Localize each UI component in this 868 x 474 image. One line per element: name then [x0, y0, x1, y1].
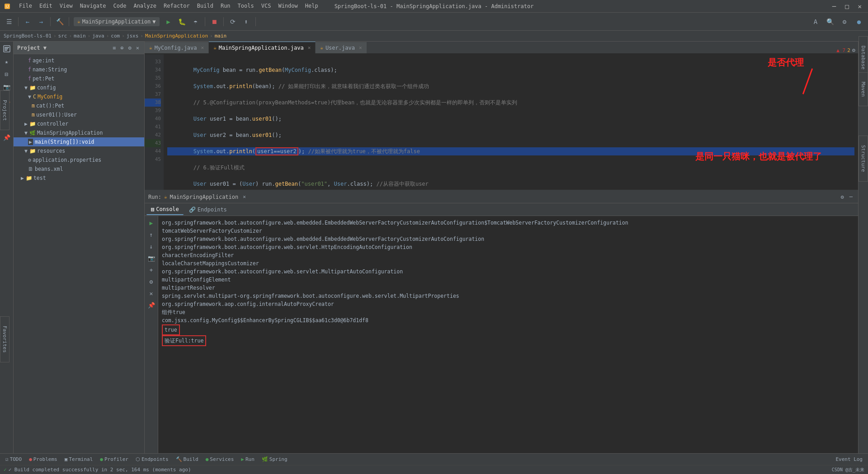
project-settings-button[interactable]: ⚙ — [127, 44, 133, 52]
tree-item-test[interactable]: ▶ 📁 test — [14, 174, 144, 183]
menu-window[interactable]: Window — [275, 2, 300, 11]
endpoints-status-item[interactable]: ⬡ Endpoints — [134, 455, 170, 463]
build-status-item[interactable]: 🔨 Build — [174, 455, 200, 463]
event-log-item[interactable]: Event Log — [834, 455, 864, 463]
tree-item-name[interactable]: f name:String — [14, 65, 144, 74]
menu-edit[interactable]: Edit — [37, 2, 55, 11]
run-minimize-button[interactable]: ─ — [848, 193, 854, 201]
editor-settings-button[interactable]: ⚙ — [852, 47, 855, 53]
run-tab-endpoints[interactable]: 🔗 Endpoints — [184, 204, 231, 215]
toolbar-coverage-button[interactable]: ☂ — [189, 15, 202, 28]
tree-item-myconfig[interactable]: ▼ C MyConfig — [14, 92, 144, 101]
breadcrumb-main[interactable]: main — [74, 33, 86, 39]
services-status-item[interactable]: ● Services — [204, 455, 236, 463]
scroll-up-button[interactable]: ↑ — [146, 230, 156, 239]
toolbar-search-button[interactable]: 🔍 — [824, 15, 836, 28]
error-count[interactable]: ▲ 7 — [836, 47, 845, 53]
tree-item-main-method[interactable]: ▶ main(String[]):void — [14, 137, 144, 146]
toolbar-stop-button[interactable]: ⏹ — [208, 15, 221, 28]
add-button[interactable]: + — [146, 265, 156, 275]
menu-build[interactable]: Build — [194, 2, 216, 11]
close-button[interactable]: ✕ — [855, 2, 864, 11]
folder-icon: 📁 — [29, 84, 36, 91]
bookmark-tool-button[interactable]: ★ — [1, 56, 12, 67]
menu-view[interactable]: View — [57, 2, 75, 11]
toolbar-git-push-button[interactable]: ⬆ — [240, 15, 253, 28]
run-settings-button[interactable]: ⚙ — [839, 193, 846, 201]
run-status-item[interactable]: ▶ Run — [239, 455, 256, 463]
menu-code[interactable]: Code — [111, 2, 129, 11]
toolbar-back-button[interactable]: ← — [21, 15, 34, 28]
scroll-down-button[interactable]: ↓ — [146, 241, 156, 251]
tree-item-mainspringapp[interactable]: ▼ 🌿 MainSpringApplication — [14, 128, 144, 137]
favorites-side-label[interactable]: Favorites — [0, 316, 9, 362]
tree-item-controller[interactable]: ▶ 📁 controller — [14, 119, 144, 128]
settings-button[interactable]: ⚙ — [146, 277, 156, 286]
menu-navigate[interactable]: Navigate — [77, 2, 109, 11]
structure-tool-button[interactable]: ⊟ — [1, 69, 12, 80]
run-config-close[interactable]: ✕ — [243, 194, 246, 200]
terminal-status-item[interactable]: ▣ Terminal — [63, 455, 95, 463]
project-side-label[interactable]: Project — [0, 90, 9, 130]
project-scroll-from-source-button[interactable]: ⊕ — [119, 44, 125, 52]
breadcrumb-src[interactable]: src — [58, 33, 67, 39]
breadcrumb-com[interactable]: com — [111, 33, 120, 39]
todo-status-item[interactable]: ☑ TODO — [4, 455, 24, 463]
screenshot-button[interactable]: 📷 — [146, 253, 156, 263]
pin-button[interactable]: 📌 — [146, 300, 156, 310]
tree-item-user01[interactable]: m user01():User — [14, 110, 144, 119]
tree-item-resources[interactable]: ▼ 📁 resources — [14, 146, 144, 155]
warning-count[interactable]: 2 — [847, 47, 850, 53]
toolbar-build-button[interactable]: 🔨 — [53, 15, 66, 28]
menu-analyze[interactable]: Analyze — [131, 2, 159, 11]
breadcrumb-java[interactable]: java — [92, 33, 104, 39]
tree-item-age[interactable]: f age:int — [14, 56, 144, 65]
tab-myconfig-close[interactable]: ✕ — [201, 45, 204, 51]
maven-panel-label[interactable]: Maven — [859, 72, 868, 106]
spring-status-item[interactable]: 🌿 Spring — [260, 455, 289, 463]
breadcrumb-jsxs[interactable]: jsxs — [127, 33, 139, 39]
run-panel: Run: ☕ MainSpringApplication ✕ ⚙ ─ ▤ Con… — [145, 190, 858, 453]
toolbar-avatar-button[interactable]: ● — [853, 15, 865, 28]
menu-file[interactable]: File — [16, 2, 35, 11]
minimize-button[interactable]: ─ — [830, 2, 839, 11]
tree-item-beans-xml[interactable]: 🗎 beans.xml — [14, 164, 144, 174]
pin-tool-button[interactable]: 📌 — [1, 132, 12, 143]
tab-myconfig[interactable]: ☕ MyConfig.java ✕ — [145, 42, 209, 53]
toolbar-settings-button[interactable]: ⚙ — [838, 15, 851, 28]
close-run-button[interactable]: ✕ — [146, 288, 156, 298]
toolbar-debug-button[interactable]: 🐛 — [176, 15, 189, 28]
toolbar-translate-button[interactable]: A — [809, 15, 822, 28]
menu-run[interactable]: Run — [218, 2, 233, 11]
code-content[interactable]: MyConfig bean = run.getBean(MyConfig.cla… — [164, 54, 858, 190]
toolbar-git-update-button[interactable]: ⟳ — [226, 15, 239, 28]
tree-item-config[interactable]: ▼ 📁 config — [14, 83, 144, 92]
project-collapse-all-button[interactable]: ≡ — [111, 44, 117, 52]
menu-help[interactable]: Help — [302, 2, 321, 11]
tree-item-app-properties[interactable]: ⚙ application.properties — [14, 155, 144, 164]
problems-status-item[interactable]: ● Problems — [27, 455, 59, 463]
rerun-button[interactable]: ▶ — [146, 218, 156, 228]
breadcrumb-class[interactable]: MainSpringApplication — [145, 33, 208, 39]
menu-tools[interactable]: Tools — [235, 2, 257, 11]
toolbar-forward-button[interactable]: → — [35, 15, 47, 28]
breadcrumb-project[interactable]: SpringBoot-ls-01 — [4, 33, 52, 39]
tab-user-close[interactable]: ✕ — [359, 45, 362, 51]
project-tool-button[interactable] — [1, 43, 12, 54]
tab-mainspringapp[interactable]: ☕ MainSpringApplication.java ✕ — [209, 42, 316, 53]
toolbar-menu-icon[interactable]: ☰ — [3, 15, 15, 28]
run-configuration-selector[interactable]: ☕ MainSpringApplication ▼ — [74, 17, 160, 26]
menu-vcs[interactable]: VCS — [259, 2, 274, 11]
tree-item-cat[interactable]: m cat():Pet — [14, 101, 144, 110]
run-tab-console[interactable]: ▤ Console — [146, 204, 184, 215]
breadcrumb-method[interactable]: main — [215, 33, 227, 39]
menu-refactor[interactable]: Refactor — [161, 2, 193, 11]
structure-panel-label[interactable]: Structure — [859, 136, 868, 182]
tab-mainspringapp-close[interactable]: ✕ — [308, 45, 311, 51]
tree-item-pet[interactable]: f pet:Pet — [14, 74, 144, 83]
maximize-button[interactable]: □ — [842, 2, 851, 11]
tab-user[interactable]: ☕ User.java ✕ — [316, 42, 367, 53]
project-close-button[interactable]: ✕ — [135, 44, 141, 52]
profiler-status-item[interactable]: ● Profiler — [98, 455, 130, 463]
toolbar-run-button[interactable]: ▶ — [162, 15, 175, 28]
